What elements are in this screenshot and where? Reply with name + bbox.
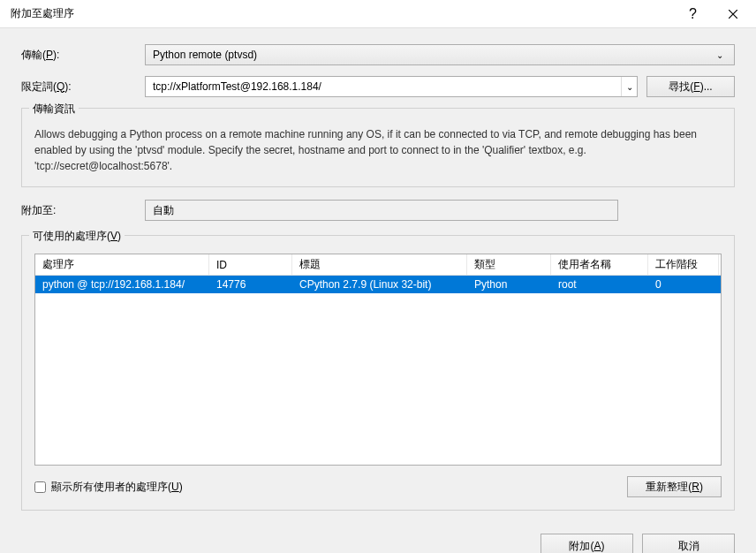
help-button[interactable]: ?: [673, 1, 713, 27]
titlebar: 附加至處理序 ?: [0, 0, 756, 28]
transport-info-text: Allows debugging a Python process on a r…: [34, 126, 722, 174]
qualifier-combobox[interactable]: ⌄: [145, 76, 638, 97]
chevron-down-icon[interactable]: ⌄: [621, 77, 637, 96]
col-header-id[interactable]: ID: [209, 254, 292, 275]
processes-bottom-row: 顯示所有使用者的處理序(U) 重新整理(R): [34, 476, 722, 497]
close-icon: [729, 10, 737, 19]
cell-id: 14776: [209, 276, 292, 293]
col-header-user[interactable]: 使用者名稱: [551, 254, 648, 275]
table-row[interactable]: python @ tcp://192.168.1.184/ 14776 CPyt…: [35, 276, 721, 293]
cell-user: root: [551, 276, 648, 293]
cell-session: 0: [648, 276, 719, 293]
transport-value: Python remote (ptvsd): [153, 49, 713, 61]
transport-label: 傳輸(P):: [21, 48, 145, 63]
processes-group: 可使用的處理序(V) 處理序 ID 標題 類型 使用者名稱 工作階段 pytho…: [21, 235, 735, 511]
table-header: 處理序 ID 標題 類型 使用者名稱 工作階段: [35, 254, 721, 276]
transport-info-group: 傳輸資訊 Allows debugging a Python process o…: [21, 108, 735, 187]
show-all-users-checkbox[interactable]: 顯示所有使用者的處理序(U): [34, 480, 183, 495]
attach-to-value: 自動: [145, 200, 618, 221]
transport-row: 傳輸(P): Python remote (ptvsd) ⌄: [21, 44, 735, 65]
refresh-button[interactable]: 重新整理(R): [627, 476, 722, 497]
qualifier-input[interactable]: [146, 77, 621, 96]
transport-info-title: 傳輸資訊: [29, 102, 79, 117]
processes-title: 可使用的處理序(V): [29, 229, 125, 244]
dialog-content: 傳輸(P): Python remote (ptvsd) ⌄ 限定詞(Q): ⌄…: [0, 28, 756, 553]
qualifier-label: 限定詞(Q):: [21, 80, 145, 95]
attach-to-label: 附加至:: [21, 203, 145, 218]
qualifier-row: 限定詞(Q): ⌄ 尋找(F)...: [21, 76, 735, 97]
col-header-process[interactable]: 處理序: [35, 254, 209, 275]
col-header-type[interactable]: 類型: [467, 254, 551, 275]
attach-button[interactable]: 附加(A): [541, 534, 633, 553]
close-button[interactable]: [713, 1, 752, 27]
show-all-users-input[interactable]: [34, 481, 46, 493]
cell-type: Python: [467, 276, 551, 293]
transport-dropdown[interactable]: Python remote (ptvsd) ⌄: [145, 44, 735, 65]
cancel-button[interactable]: 取消: [642, 534, 735, 553]
col-header-session[interactable]: 工作階段: [648, 254, 719, 275]
find-button[interactable]: 尋找(F)...: [646, 76, 735, 97]
window-title: 附加至處理序: [11, 6, 673, 21]
attach-to-row: 附加至: 自動: [21, 200, 735, 221]
cell-title: CPython 2.7.9 (Linux 32-bit): [292, 276, 467, 293]
cell-process: python @ tcp://192.168.1.184/: [35, 276, 209, 293]
chevron-down-icon: ⌄: [713, 50, 727, 60]
process-table[interactable]: 處理序 ID 標題 類型 使用者名稱 工作階段 python @ tcp://1…: [34, 254, 722, 466]
table-body: python @ tcp://192.168.1.184/ 14776 CPyt…: [35, 276, 721, 465]
show-all-users-label: 顯示所有使用者的處理序(U): [51, 480, 183, 495]
col-header-title[interactable]: 標題: [292, 254, 467, 275]
dialog-buttons: 附加(A) 取消: [21, 523, 735, 553]
